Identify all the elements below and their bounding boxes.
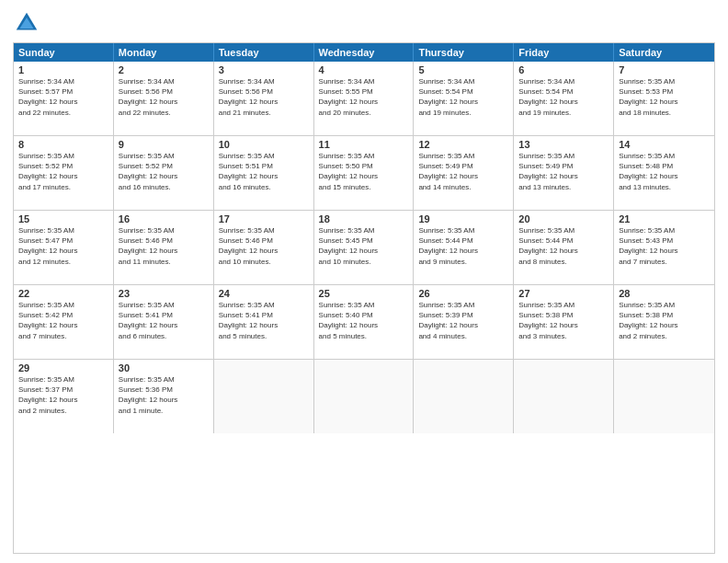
- calendar-cell: [214, 360, 314, 433]
- day-number: 8: [18, 139, 108, 150]
- calendar-body: 1Sunrise: 5:34 AMSunset: 5:57 PMDaylight…: [14, 62, 714, 433]
- calendar-cell: 27Sunrise: 5:35 AMSunset: 5:38 PMDayligh…: [514, 285, 614, 359]
- calendar-cell: [314, 360, 415, 433]
- calendar-row-4: 22Sunrise: 5:35 AMSunset: 5:42 PMDayligh…: [14, 284, 714, 359]
- header-cell-monday: Monday: [114, 43, 214, 62]
- day-number: 5: [418, 64, 508, 75]
- day-number: 30: [119, 362, 209, 373]
- day-info: Sunrise: 5:35 AMSunset: 5:49 PMDaylight:…: [518, 151, 609, 192]
- header-cell-wednesday: Wednesday: [314, 43, 415, 62]
- day-info: Sunrise: 5:35 AMSunset: 5:52 PMDaylight:…: [18, 151, 108, 192]
- day-number: 28: [619, 288, 710, 299]
- calendar-cell: [614, 360, 714, 433]
- calendar-cell: 28Sunrise: 5:35 AMSunset: 5:38 PMDayligh…: [614, 285, 714, 359]
- calendar-cell: 26Sunrise: 5:35 AMSunset: 5:39 PMDayligh…: [414, 285, 514, 359]
- day-number: 22: [18, 288, 108, 299]
- day-info: Sunrise: 5:35 AMSunset: 5:51 PMDaylight:…: [219, 151, 309, 192]
- calendar-cell: 30Sunrise: 5:35 AMSunset: 5:36 PMDayligh…: [114, 360, 214, 433]
- day-info: Sunrise: 5:34 AMSunset: 5:56 PMDaylight:…: [219, 76, 309, 118]
- calendar-cell: 25Sunrise: 5:35 AMSunset: 5:40 PMDayligh…: [314, 285, 415, 359]
- day-info: Sunrise: 5:35 AMSunset: 5:43 PMDaylight:…: [619, 225, 710, 267]
- calendar-cell: 19Sunrise: 5:35 AMSunset: 5:44 PMDayligh…: [414, 211, 514, 284]
- day-info: Sunrise: 5:35 AMSunset: 5:45 PMDaylight:…: [319, 225, 409, 267]
- calendar-cell: 3Sunrise: 5:34 AMSunset: 5:56 PMDaylight…: [214, 62, 314, 135]
- header: [13, 9, 715, 37]
- day-info: Sunrise: 5:35 AMSunset: 5:52 PMDaylight:…: [119, 151, 209, 192]
- day-info: Sunrise: 5:34 AMSunset: 5:57 PMDaylight:…: [18, 76, 108, 118]
- calendar-cell: 29Sunrise: 5:35 AMSunset: 5:37 PMDayligh…: [14, 360, 114, 433]
- calendar-cell: 13Sunrise: 5:35 AMSunset: 5:49 PMDayligh…: [514, 136, 614, 210]
- day-number: 19: [418, 213, 508, 224]
- day-number: 9: [119, 139, 209, 150]
- day-info: Sunrise: 5:35 AMSunset: 5:38 PMDaylight:…: [619, 300, 710, 341]
- day-number: 29: [18, 362, 108, 373]
- day-number: 15: [18, 213, 108, 224]
- calendar-cell: 15Sunrise: 5:35 AMSunset: 5:47 PMDayligh…: [14, 211, 114, 284]
- calendar-cell: 14Sunrise: 5:35 AMSunset: 5:48 PMDayligh…: [614, 136, 714, 210]
- header-cell-thursday: Thursday: [414, 43, 514, 62]
- calendar-cell: [414, 360, 514, 433]
- day-info: Sunrise: 5:35 AMSunset: 5:44 PMDaylight:…: [518, 225, 609, 267]
- calendar-cell: [514, 360, 614, 433]
- day-number: 13: [518, 139, 609, 150]
- day-number: 3: [219, 64, 309, 75]
- day-number: 1: [18, 64, 108, 75]
- day-number: 12: [418, 139, 508, 150]
- day-info: Sunrise: 5:35 AMSunset: 5:39 PMDaylight:…: [418, 300, 508, 341]
- day-number: 17: [219, 213, 309, 224]
- header-cell-sunday: Sunday: [14, 43, 114, 62]
- day-info: Sunrise: 5:35 AMSunset: 5:42 PMDaylight:…: [18, 300, 108, 341]
- calendar-cell: 16Sunrise: 5:35 AMSunset: 5:46 PMDayligh…: [114, 211, 214, 284]
- day-info: Sunrise: 5:34 AMSunset: 5:56 PMDaylight:…: [119, 76, 209, 118]
- day-number: 18: [319, 213, 409, 224]
- calendar-cell: 24Sunrise: 5:35 AMSunset: 5:41 PMDayligh…: [214, 285, 314, 359]
- day-number: 21: [619, 213, 710, 224]
- day-info: Sunrise: 5:35 AMSunset: 5:47 PMDaylight:…: [18, 225, 108, 267]
- day-number: 23: [119, 288, 209, 299]
- calendar-cell: 23Sunrise: 5:35 AMSunset: 5:41 PMDayligh…: [114, 285, 214, 359]
- calendar-cell: 5Sunrise: 5:34 AMSunset: 5:54 PMDaylight…: [414, 62, 514, 135]
- calendar: SundayMondayTuesdayWednesdayThursdayFrid…: [13, 42, 715, 554]
- day-info: Sunrise: 5:35 AMSunset: 5:38 PMDaylight:…: [518, 300, 609, 341]
- day-info: Sunrise: 5:35 AMSunset: 5:46 PMDaylight:…: [219, 225, 309, 267]
- day-info: Sunrise: 5:35 AMSunset: 5:46 PMDaylight:…: [119, 225, 209, 267]
- day-number: 14: [619, 139, 710, 150]
- day-info: Sunrise: 5:35 AMSunset: 5:49 PMDaylight:…: [418, 151, 508, 192]
- calendar-cell: 22Sunrise: 5:35 AMSunset: 5:42 PMDayligh…: [14, 285, 114, 359]
- page: SundayMondayTuesdayWednesdayThursdayFrid…: [0, 0, 728, 563]
- calendar-row-3: 15Sunrise: 5:35 AMSunset: 5:47 PMDayligh…: [14, 210, 714, 284]
- calendar-cell: 20Sunrise: 5:35 AMSunset: 5:44 PMDayligh…: [514, 211, 614, 284]
- header-cell-saturday: Saturday: [614, 43, 714, 62]
- day-number: 20: [518, 213, 609, 224]
- calendar-cell: 11Sunrise: 5:35 AMSunset: 5:50 PMDayligh…: [314, 136, 415, 210]
- day-number: 10: [219, 139, 309, 150]
- day-number: 24: [219, 288, 309, 299]
- calendar-cell: 9Sunrise: 5:35 AMSunset: 5:52 PMDaylight…: [114, 136, 214, 210]
- day-info: Sunrise: 5:35 AMSunset: 5:41 PMDaylight:…: [119, 300, 209, 341]
- day-number: 26: [418, 288, 508, 299]
- header-cell-friday: Friday: [514, 43, 614, 62]
- calendar-cell: 2Sunrise: 5:34 AMSunset: 5:56 PMDaylight…: [114, 62, 214, 135]
- calendar-cell: 17Sunrise: 5:35 AMSunset: 5:46 PMDayligh…: [214, 211, 314, 284]
- day-info: Sunrise: 5:35 AMSunset: 5:37 PMDaylight:…: [18, 374, 108, 416]
- calendar-header: SundayMondayTuesdayWednesdayThursdayFrid…: [14, 43, 714, 62]
- day-number: 4: [319, 64, 409, 75]
- calendar-cell: 18Sunrise: 5:35 AMSunset: 5:45 PMDayligh…: [314, 211, 415, 284]
- calendar-cell: 10Sunrise: 5:35 AMSunset: 5:51 PMDayligh…: [214, 136, 314, 210]
- calendar-cell: 4Sunrise: 5:34 AMSunset: 5:55 PMDaylight…: [314, 62, 415, 135]
- day-number: 25: [319, 288, 409, 299]
- header-cell-tuesday: Tuesday: [214, 43, 314, 62]
- calendar-cell: 8Sunrise: 5:35 AMSunset: 5:52 PMDaylight…: [14, 136, 114, 210]
- calendar-row-2: 8Sunrise: 5:35 AMSunset: 5:52 PMDaylight…: [14, 135, 714, 210]
- day-number: 16: [119, 213, 209, 224]
- day-number: 7: [619, 64, 710, 75]
- calendar-cell: 1Sunrise: 5:34 AMSunset: 5:57 PMDaylight…: [14, 62, 114, 135]
- calendar-cell: 7Sunrise: 5:35 AMSunset: 5:53 PMDaylight…: [614, 62, 714, 135]
- calendar-cell: 6Sunrise: 5:34 AMSunset: 5:54 PMDaylight…: [514, 62, 614, 135]
- day-info: Sunrise: 5:35 AMSunset: 5:53 PMDaylight:…: [619, 76, 710, 118]
- day-info: Sunrise: 5:34 AMSunset: 5:54 PMDaylight:…: [518, 76, 609, 118]
- day-number: 11: [319, 139, 409, 150]
- day-info: Sunrise: 5:35 AMSunset: 5:44 PMDaylight:…: [418, 225, 508, 267]
- day-info: Sunrise: 5:35 AMSunset: 5:36 PMDaylight:…: [119, 374, 209, 416]
- calendar-cell: 21Sunrise: 5:35 AMSunset: 5:43 PMDayligh…: [614, 211, 714, 284]
